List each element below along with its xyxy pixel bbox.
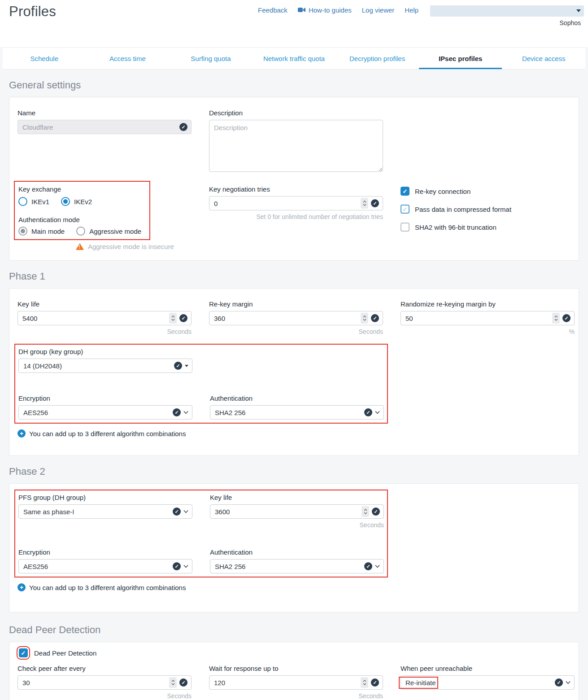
description-label: Description [209,109,383,117]
peer-unreachable-field: When peer unreachable Re-initiate ✓ [401,665,575,690]
key-life-label: Key life [210,494,384,502]
unit-label: Seconds [210,521,384,529]
add-combination-icon[interactable]: + [17,583,26,591]
dropdown-caret-icon [185,365,188,367]
tab-access-time[interactable]: Access time [86,48,170,69]
number-spinner[interactable] [361,313,368,324]
valid-check-icon: ✓ [555,678,563,687]
key-life-input[interactable]: ✓ [17,311,192,325]
valid-check-icon: ✓ [364,562,372,570]
radio-icon[interactable] [61,197,70,206]
chevron-down-icon [183,510,188,513]
key-life-value[interactable] [18,311,191,325]
check-peer-input[interactable]: ✓ [17,675,192,690]
tab-ipsec-profiles[interactable]: IPsec profiles [419,48,502,69]
number-spinner[interactable] [361,198,368,209]
authentication-label: Authentication [210,548,384,556]
tab-device-access[interactable]: Device access [502,48,585,69]
key-exchange-annotation: Key exchange IKEv1 IKEv2 Authentication … [18,185,146,236]
checkbox-icon[interactable] [401,205,409,214]
name-input-value[interactable] [18,120,191,134]
radio-main-mode[interactable]: Main mode [18,227,65,236]
valid-check-icon: ✓ [371,678,379,687]
key-negotiation-value[interactable] [209,197,383,210]
number-spinner[interactable] [169,313,177,324]
key-negotiation-help: Set 0 for unlimited number of negotiatio… [209,213,383,220]
tab-network-traffic-quota[interactable]: Network traffic quota [253,48,336,69]
number-spinner[interactable] [552,313,560,324]
help-link[interactable]: Help [405,6,418,14]
brand-label: Sophos [560,19,581,26]
warning-triangle-icon [76,243,84,250]
unit-label: Seconds [17,328,192,335]
checkbox-icon[interactable] [401,223,409,232]
dpd-panel: Dead Peer Detection Check peer after eve… [9,642,579,700]
number-spinner[interactable] [362,506,369,517]
account-selector[interactable] [430,5,584,17]
authentication-dropdown[interactable]: SHA2 256 ✓ [210,405,384,420]
authentication-dropdown[interactable]: SHA2 256 ✓ [210,559,384,573]
checkbox-icon[interactable] [401,187,409,196]
valid-check-icon: ✓ [371,314,379,322]
name-label: Name [17,109,192,117]
howto-guides-link[interactable]: How-to guides [298,6,352,14]
valid-check-icon: ✓ [562,314,571,322]
valid-check-icon: ✓ [173,408,181,416]
chevron-down-icon [576,9,581,12]
phase1-heading: Phase 1 [9,271,579,282]
encryption-dropdown[interactable]: AES256 ✓ [18,405,192,420]
pfs-group-label: PFS group (DH group) [18,494,192,502]
tab-schedule[interactable]: Schedule [3,48,86,69]
feedback-link[interactable]: Feedback [258,6,287,14]
radio-aggressive-mode[interactable]: Aggressive mode [76,227,141,236]
dh-group-dropdown[interactable]: 14 (DH2048) ✓ [18,359,192,373]
peer-unreachable-dropdown[interactable]: Re-initiate ✓ [401,675,575,690]
unit-label: Seconds [17,692,192,700]
randomize-value[interactable] [401,311,574,325]
sha2-truncation-option[interactable]: SHA2 with 96-bit truncation [401,223,575,232]
check-peer-value[interactable] [18,676,191,689]
randomize-input[interactable]: ✓ [401,311,575,325]
wait-response-input[interactable]: ✓ [209,675,383,690]
encryption-dropdown[interactable]: AES256 ✓ [18,559,192,573]
randomize-label: Randomize re-keying margin by [401,300,575,308]
valid-check-icon: ✓ [179,314,187,322]
phase2-combinations-note: + You can add up to 3 different algorith… [17,583,575,591]
general-settings-heading: General settings [9,79,579,91]
pfs-group-field: PFS group (DH group) Same as phase-I ✓ [18,494,192,529]
radio-ikev1[interactable]: IKEv1 [18,197,49,206]
tab-decryption-profiles[interactable]: Decryption profiles [335,48,419,69]
key-negotiation-input[interactable]: ✓ [209,196,383,210]
wait-response-value[interactable] [209,676,383,689]
tab-surfing-quota[interactable]: Surfing quota [169,48,253,69]
p2-key-life-value[interactable] [210,505,383,518]
profiles-tabbar: Schedule Access time Surfing quota Netwo… [3,47,585,70]
radio-icon[interactable] [18,197,27,206]
general-settings-panel: Name ✓ Description Key exchange [9,97,579,261]
aggressive-mode-warning: Aggressive mode is insecure [17,243,192,250]
dpd-checkbox-icon[interactable] [19,648,28,657]
encryption-label: Encryption [18,548,192,556]
add-combination-icon[interactable]: + [17,429,26,438]
name-input[interactable]: ✓ [17,120,192,134]
compressed-format-option[interactable]: Pass data in compressed format [401,205,575,214]
dpd-heading: Dead Peer Detection [9,624,579,636]
dpd-enable-option[interactable]: Dead Peer Detection [17,648,575,657]
page-header: Profiles Feedback How-to guides Log view… [0,0,588,47]
page-title: Profiles [9,4,56,20]
peer-unreachable-label: When peer unreachable [401,665,575,673]
rekey-margin-input[interactable]: ✓ [209,311,383,325]
key-life-label: Key life [17,300,192,308]
auth-mode-radios: Main mode Aggressive mode [18,227,146,236]
pfs-group-dropdown[interactable]: Same as phase-I ✓ [18,504,192,519]
number-spinner[interactable] [361,677,368,688]
radio-ikev2[interactable]: IKEv2 [61,197,92,206]
radio-icon[interactable] [76,227,85,236]
description-textarea[interactable] [209,120,383,172]
rekey-connection-option[interactable]: Re-key connection [401,187,575,196]
p2-key-life-input[interactable]: ✓ [210,504,384,519]
rekey-margin-value[interactable] [209,311,383,325]
log-viewer-link[interactable]: Log viewer [362,6,395,14]
number-spinner[interactable] [169,677,177,688]
radio-icon[interactable] [18,227,27,236]
